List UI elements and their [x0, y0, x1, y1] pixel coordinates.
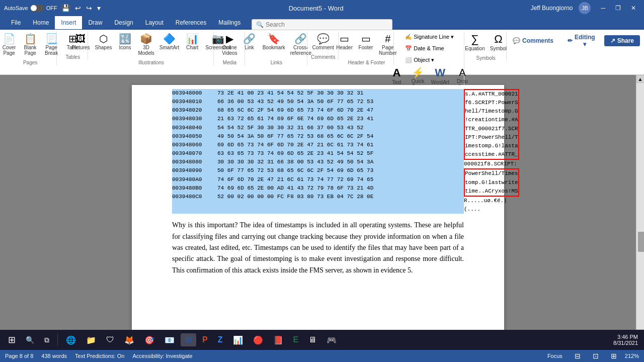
search-input[interactable] — [266, 21, 388, 28]
tab-home[interactable]: Home — [27, 16, 55, 29]
tab-insert[interactable]: Insert — [55, 16, 82, 29]
taskbar-app1[interactable]: 🎯 — [140, 333, 158, 347]
ribbon-chart[interactable]: 📊 Chart — [182, 32, 202, 52]
autosave-state: OFF — [46, 5, 57, 11]
hex-bytes-section: 003948000 73 2E 41 00 23 41 54 54 52 5F … — [172, 89, 464, 214]
hex-text-row-7: ccesstime.#ATTR_ — [465, 150, 518, 159]
ribbon-3d-models[interactable]: 📦 3DModels — [136, 32, 156, 58]
ribbon-smartart[interactable]: 🔷 SmartArt — [157, 32, 181, 52]
ribbon-blank-page[interactable]: 📋 BlankPage — [20, 32, 40, 58]
blank-page-icon: 📋 — [24, 34, 37, 44]
taskbar-firefox[interactable]: 🦊 — [120, 333, 138, 347]
tab-file[interactable]: File — [5, 16, 27, 29]
taskbar-app5[interactable]: 🎮 — [323, 333, 341, 347]
hex-row-b: 0039480B0 74 69 6D 65 2E 00 AD 41 43 72 … — [172, 184, 464, 193]
hex-row-a: 0039480A0 74 6F 6D 70 2E 47 21 6C 61 73 … — [172, 175, 464, 184]
hex-addr-1: 003948010 — [172, 98, 217, 106]
taskbar-excel[interactable]: E — [289, 333, 303, 346]
ribbon-group-illustrations: 🖼 Pictures ⬡ Shapes 🔣 Icons 📦 3DModels 🔷… — [89, 32, 214, 65]
web-layout-button[interactable]: ⊡ — [589, 350, 603, 362]
taskbar-app4[interactable]: 🖥 — [304, 333, 320, 346]
hex-text-section: s.A.#ATTR_000021 f6.SCRIPT:PowerS hell/T… — [464, 89, 519, 214]
redo-button[interactable]: ↪ — [85, 3, 93, 13]
ribbon-pictures[interactable]: 🖼 Pictures — [69, 32, 92, 52]
statusbar-right: Focus ⊟ ⊡ ⊞ 212% — [543, 350, 639, 362]
taskbar-explorer[interactable]: 📁 — [82, 333, 100, 347]
ribbon-bookmark[interactable]: 🔖 Bookmark — [261, 32, 287, 52]
hex-row-0: 003948000 73 2E 41 00 23 41 54 54 52 5F … — [172, 89, 464, 98]
ribbon-signature-line[interactable]: ✍ Signature Line ▾ — [403, 32, 456, 42]
taskbar-zoom[interactable]: Z — [214, 333, 227, 346]
autosave-toggle[interactable] — [30, 5, 44, 12]
hex-bytes-0: 73 2E 41 00 23 41 54 54 52 5F 30 30 30 3… — [217, 89, 404, 98]
smartart-icon: 🔷 — [163, 34, 176, 44]
undo-button[interactable]: ↩ — [74, 3, 82, 13]
hex-text-row-0: s.A.#ATTR_000021 — [465, 90, 518, 99]
taskbar-separator-1 — [57, 334, 58, 346]
hex-bytes-c: 52 00 02 00 00 00 FC F8 03 80 73 EB 04 7… — [217, 193, 404, 201]
taskbar-word[interactable]: W — [181, 333, 196, 346]
hex-text-row-8: 000021f8.SCRIPT: — [464, 160, 519, 168]
document-title: Document5 - Word — [289, 5, 344, 12]
ribbon-icons[interactable]: 🔣 Icons — [115, 32, 135, 52]
save-button[interactable]: 💾 — [60, 3, 71, 13]
ribbon-cover-page[interactable]: 📄 CoverPage — [0, 32, 19, 58]
scroll-up-button[interactable]: ▲ — [636, 75, 645, 83]
taskbar-edge[interactable]: 🌐 — [62, 333, 80, 347]
restore-button[interactable]: ❐ — [611, 3, 625, 14]
taskbar-analytics[interactable]: 📊 — [229, 333, 247, 347]
tab-design[interactable]: Design — [108, 16, 139, 29]
taskbar-taskview[interactable]: ⧉ — [40, 334, 53, 346]
cross-reference-icon: 🔗 — [294, 34, 307, 44]
media-group-label: Media — [223, 60, 236, 65]
start-button[interactable]: ⊞ — [4, 332, 20, 347]
hex-bytes-9: 50 6F 77 65 72 53 68 65 6C 6C 2F 54 69 6… — [217, 166, 404, 175]
ribbon-object[interactable]: ⬜ Object ▾ — [403, 55, 436, 65]
hex-bytes-6: 69 6D 65 73 74 6F 6D 70 2E 47 21 6C 61 7… — [217, 141, 404, 149]
close-button[interactable]: ✕ — [627, 3, 640, 14]
tab-references[interactable]: References — [170, 16, 212, 29]
share-button[interactable]: ↗ Share — [604, 35, 640, 46]
ribbon-link[interactable]: 🔗 Link — [239, 32, 260, 52]
hex-text-row-4: TTR_000021f7.SCR — [465, 125, 518, 133]
ribbon-shapes[interactable]: ⬡ Shapes — [93, 32, 114, 52]
taskbar-mail[interactable]: 📧 — [160, 333, 179, 347]
ribbon-header[interactable]: ▭ Header — [334, 32, 355, 52]
read-mode-button[interactable]: ⊞ — [607, 350, 621, 362]
minimize-button[interactable]: ─ — [597, 3, 609, 14]
taskbar: ⊞ 🔍 ⧉ 🌐 📁 🛡 🦊 🎯 📧 W P Z 📊 🔴 📕 E 🖥 🎮 3:46… — [0, 330, 644, 350]
print-layout-button[interactable]: ⊟ — [571, 350, 585, 362]
document-scroll[interactable]: 003948000 73 2E 41 00 23 41 54 54 52 5F … — [0, 75, 636, 349]
chart-icon: 📊 — [186, 34, 199, 44]
customize-qa-button[interactable]: ▾ — [96, 3, 102, 13]
tab-mailings[interactable]: Mailings — [212, 16, 247, 29]
tab-layout[interactable]: Layout — [139, 16, 170, 29]
symbols-group-label: Symbols — [476, 55, 495, 61]
titlebar-left: AutoSave OFF 💾 ↩ ↪ ▾ — [4, 3, 102, 13]
editing-button[interactable]: ✏ Editing ▾ — [562, 32, 600, 50]
ribbon-online-videos[interactable]: ▶ OnlineVideos — [219, 32, 239, 58]
scroll-track[interactable] — [636, 83, 644, 329]
ribbon-comment[interactable]: 💬 Comment — [310, 32, 336, 52]
comments-group-label: Comments — [311, 54, 335, 60]
ribbon-equation[interactable]: ∑ Equation — [463, 32, 487, 53]
hex-text-row-b: time..ACryxos!MS — [465, 187, 518, 196]
vertical-scrollbar[interactable]: ▲ ⊕ ▼ — [636, 75, 644, 349]
taskbar-powerpoint[interactable]: P — [198, 333, 212, 346]
scroll-thumb[interactable] — [638, 232, 644, 252]
taskbar-search[interactable]: 🔍 — [22, 334, 38, 346]
taskbar-app2[interactable]: 🔴 — [249, 333, 267, 347]
tab-draw[interactable]: Draw — [82, 16, 108, 29]
hex-row-6: 003948060 69 6D 65 73 74 6F 6D 70 2E 47 … — [172, 141, 464, 149]
focus-button[interactable]: Focus — [543, 351, 567, 361]
comments-button[interactable]: 💬 Comments — [508, 35, 558, 46]
hex-addr-9: 003948090 — [172, 166, 217, 175]
taskbar-app3[interactable]: 📕 — [269, 333, 287, 347]
ribbon-symbol[interactable]: Ω Symbol — [488, 32, 509, 53]
pages-group-label: Pages — [23, 60, 37, 65]
taskbar-security[interactable]: 🛡 — [102, 333, 118, 346]
ribbon-date-time[interactable]: 📅 Date & Time — [403, 43, 446, 54]
hex-addr-7: 003948070 — [172, 149, 217, 158]
hex-addr-b: 0039480B0 — [172, 184, 217, 193]
ribbon-footer[interactable]: ▭ Footer — [356, 32, 376, 52]
